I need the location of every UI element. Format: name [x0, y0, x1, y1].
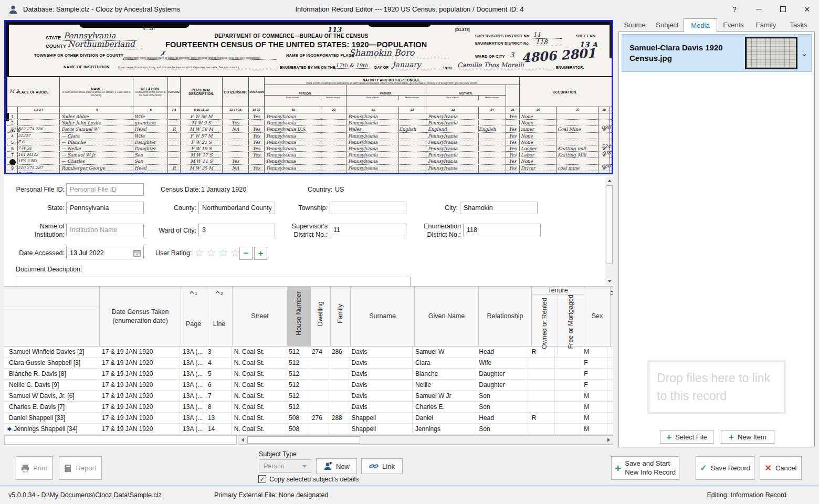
city-label: City: — [419, 204, 458, 213]
census-row: 2 Yoder John Leslie grandson M W 9 S Yes… — [7, 120, 612, 126]
enumeration-district-label: Enumeration District No.: — [418, 223, 461, 239]
census-row: 7 164 M142 — Samuel W Jr Son M W 17 S Ye… — [7, 152, 612, 158]
document-description-input[interactable] — [16, 277, 411, 286]
column-header-line[interactable]: 2 Line — [206, 287, 233, 346]
column-header-page[interactable]: 1 Page — [181, 287, 206, 346]
editing-status: Editing: Information Record — [707, 491, 786, 499]
copy-details-checkbox-row[interactable]: ✓ Copy selected subject's details — [258, 475, 359, 483]
link-subject-button[interactable]: Link — [361, 458, 403, 474]
save-record-button[interactable]: ✓ Save Record — [696, 456, 754, 480]
tab-source[interactable]: Source — [618, 18, 651, 32]
rating-increase-button[interactable]: + — [254, 247, 267, 260]
column-header-name[interactable] — [4, 287, 100, 346]
media-thumbnail[interactable] — [745, 37, 797, 69]
rating-decrease-button[interactable]: − — [239, 247, 253, 260]
table-row[interactable]: Nellie C. Davis [9] 17 & 19 JAN 1920 13A… — [4, 380, 613, 391]
table-row[interactable]: Samuel Winfield Davies [2] 17 & 19 JAN 1… — [4, 346, 613, 358]
column-header-dwelling[interactable]: Dwelling — [311, 287, 331, 346]
maximize-button[interactable] — [771, 0, 795, 18]
table-row[interactable]: Daniel Shappell [33] 17 & 19 JAN 1920 13… — [4, 413, 613, 424]
table-row[interactable]: Charles E. Davis [7] 17 & 19 JAN 1920 13… — [4, 402, 613, 413]
scroll-right-arrow[interactable] — [604, 436, 613, 444]
personal-file-id-input[interactable] — [66, 183, 144, 196]
new-subject-button[interactable]: New — [316, 458, 357, 474]
scroll-left-arrow[interactable] — [238, 436, 247, 444]
file-drop-zone[interactable]: Drop files here to link to this record — [647, 360, 786, 414]
enumeration-district-input[interactable] — [463, 224, 541, 236]
scroll-up-arrow[interactable] — [605, 177, 613, 185]
tab-family[interactable]: Family — [750, 18, 782, 32]
tab-events[interactable]: Events — [717, 18, 750, 32]
personal-file-id-label: Personal File ID: — [7, 186, 65, 194]
media-item-card[interactable]: Samuel-Clara Davis 1920 Census.jpg ⌄ — [622, 34, 812, 72]
grid-body: Samuel Winfield Davies [2] 17 & 19 JAN 1… — [4, 346, 613, 435]
print-button[interactable]: Print — [16, 456, 52, 480]
document-description-label: Document Description: — [16, 266, 82, 273]
primary-external-file: Primary External File: None designated — [214, 491, 328, 499]
column-header-owned-rented[interactable]: Owned or Rented — [532, 295, 558, 354]
column-header-surname[interactable]: Surname — [351, 287, 415, 346]
calendar-icon[interactable] — [133, 249, 141, 257]
report-button[interactable]: Report — [59, 456, 102, 480]
right-panel-tabs: Source Subject Media Events Family Tasks — [618, 18, 815, 32]
new-subject-marker: ✱ — [7, 426, 12, 432]
help-button[interactable]: ? — [722, 0, 747, 18]
printer-icon — [21, 464, 29, 472]
new-person-icon — [323, 462, 332, 470]
census-form-header: 9—137 113 [D1-878] STATE Pennsylvania CO… — [13, 25, 612, 76]
sort-ascending-icon: 1 — [181, 291, 206, 297]
user-rating-stars[interactable]: ☆☆☆☆ — [194, 247, 242, 259]
select-file-button[interactable]: + Select File — [660, 430, 713, 444]
date-accessed-value[interactable] — [67, 249, 133, 257]
close-button[interactable]: ✕ — [795, 0, 819, 18]
record-form-panel: Personal File ID: Census Date: 1 January… — [4, 176, 613, 286]
census-date-label: Census Date: — [161, 186, 201, 193]
column-header-date[interactable]: Date Census Taken(enumeration date) — [100, 287, 181, 346]
cancel-button[interactable]: ✕ Cancel — [760, 456, 802, 480]
column-header-street[interactable]: Street — [233, 287, 288, 346]
tab-media[interactable]: Media — [684, 18, 717, 32]
new-item-button[interactable]: + New Item — [721, 430, 774, 444]
checkbox-checked-icon[interactable]: ✓ — [258, 475, 266, 483]
date-accessed-input[interactable] — [66, 247, 144, 259]
column-header-given-name[interactable]: Given Name — [415, 287, 479, 346]
column-header-free-mortgaged[interactable]: Free or Mortgaged — [558, 295, 584, 354]
county-input[interactable] — [198, 202, 275, 214]
user-rating-label: User Rating: — [155, 249, 192, 257]
grid-horizontal-scrollbar[interactable] — [238, 435, 613, 445]
tab-tasks[interactable]: Tasks — [782, 18, 815, 32]
column-header-relationship[interactable]: Relationship — [479, 287, 532, 346]
state-input[interactable] — [66, 202, 144, 214]
census-scan-image: 9—137 113 [D1-878] STATE Pennsylvania CO… — [4, 20, 613, 174]
minimize-button[interactable] — [747, 0, 771, 18]
column-header-sex[interactable]: Sex — [584, 287, 611, 346]
column-header-house-number[interactable]: House Number — [288, 287, 311, 346]
institution-input[interactable] — [66, 224, 144, 236]
table-row[interactable]: Blanche R. Davis [8] 17 & 19 JAN 1920 13… — [4, 369, 613, 380]
sort-ascending-icon: 2 — [206, 291, 232, 297]
title-bar: Database: Sample.clz - Clooz by Ancestra… — [0, 0, 819, 18]
city-input[interactable] — [460, 202, 538, 214]
table-row[interactable]: Clara Gussie Shopbell [3] 17 & 19 JAN 19… — [4, 358, 613, 369]
app-person-icon — [8, 5, 18, 14]
county-label: County: — [151, 204, 196, 213]
chevron-down-icon[interactable]: ⌄ — [797, 48, 811, 58]
dropdown-arrow-icon — [302, 465, 307, 468]
column-header-family[interactable]: Family — [331, 287, 351, 346]
table-row[interactable]: ✱Jennings Shappell [34] 17 & 19 JAN 1920… — [4, 424, 613, 435]
supervisor-district-label: Supervisor's District No.: — [288, 223, 328, 239]
scrollbar-thumb[interactable] — [247, 436, 360, 444]
scrollbar-thumb[interactable] — [606, 185, 613, 264]
township-input[interactable] — [330, 202, 406, 214]
plus-icon: + — [666, 433, 671, 442]
tab-subject[interactable]: Subject — [651, 18, 684, 32]
scroll-down-arrow[interactable] — [605, 277, 613, 285]
status-bar: v5.0.0.34 - D:\My Documents\Clooz Data\S… — [0, 487, 819, 504]
supervisor-district-input[interactable] — [330, 224, 406, 236]
ward-input[interactable] — [198, 224, 275, 236]
form-vertical-scrollbar[interactable] — [605, 177, 613, 285]
subject-type-select[interactable]: Person — [259, 459, 311, 473]
save-and-new-button[interactable]: + Save and StartNew Info Record — [611, 456, 679, 480]
table-row[interactable]: Samuel W Davis, Jr. [6] 17 & 19 JAN 1920… — [4, 391, 613, 402]
action-bar: Print Report Subject Type Person New Lin… — [0, 449, 819, 486]
